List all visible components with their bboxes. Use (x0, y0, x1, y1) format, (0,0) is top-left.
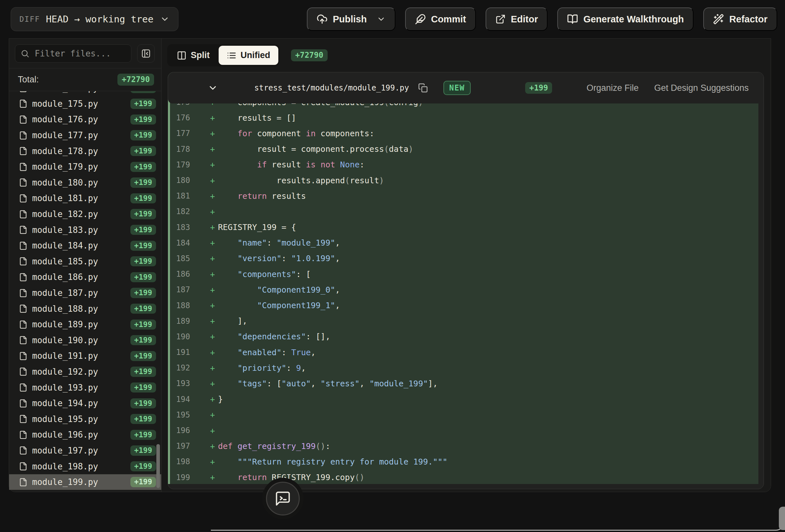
file-row[interactable]: module_178.py +199 (9, 143, 161, 159)
file-icon (19, 320, 28, 329)
diff-line: 186 + "components": [ (170, 266, 758, 282)
file-row[interactable]: module_196.py +199 (9, 427, 161, 443)
line-code: def get_registry_199(): (218, 441, 330, 451)
line-number: 189 (170, 316, 190, 326)
file-name: module_193.py (32, 383, 126, 392)
diff-sign: + (208, 270, 217, 279)
file-row[interactable]: module_190.py +199 (9, 332, 161, 348)
file-row[interactable]: module_194.py +199 (9, 396, 161, 411)
file-name: module_190.py (32, 335, 126, 345)
file-row[interactable]: module_176.py +199 (9, 111, 161, 127)
line-code: "version": "1.0.199", (218, 254, 340, 263)
diff-line: 190 + "dependencies": [], (170, 329, 758, 345)
file-row[interactable]: module_192.py +199 (9, 364, 161, 380)
unified-view-label: Unified (241, 50, 271, 60)
filter-files-field[interactable] (15, 45, 131, 62)
file-row[interactable]: module_182.py +199 (9, 206, 161, 222)
file-row[interactable]: module_189.py +199 (9, 316, 161, 332)
collapse-sidebar-button[interactable] (137, 45, 155, 62)
line-number: 192 (170, 363, 190, 372)
file-row[interactable]: module_185.py +199 (9, 254, 161, 270)
file-icon (19, 257, 28, 266)
file-row[interactable]: module_193.py +199 (9, 380, 161, 396)
refactor-button[interactable]: Refactor (703, 7, 777, 31)
diff-total-badge: +72790 (291, 49, 328, 61)
diff-line: 179 + if result is not None: (170, 157, 758, 173)
file-row[interactable]: module_183.py +199 (9, 222, 161, 238)
diff-line: 177 + for component in components: (170, 126, 758, 141)
file-row[interactable]: module_177.py +199 (9, 127, 161, 143)
file-additions-badge: +199 (130, 115, 156, 125)
sidebar-filter-row (9, 39, 161, 69)
organize-file-link[interactable]: Organize File (586, 83, 639, 93)
copy-path-button[interactable] (417, 82, 429, 94)
file-row[interactable]: module_174.py +199 (9, 91, 161, 96)
line-number: 198 (170, 457, 190, 466)
diff-line: 180 + results.append(result) (170, 173, 758, 188)
columns-icon (177, 51, 186, 60)
line-number: 177 (170, 129, 190, 138)
file-status-badge: NEW (444, 81, 471, 95)
publish-label: Publish (333, 14, 367, 25)
line-number: 191 (170, 348, 190, 357)
file-row[interactable]: module_175.py +199 (9, 96, 161, 112)
file-row[interactable]: module_179.py +199 (9, 159, 161, 175)
diff-line: 189 + ], (170, 313, 758, 329)
file-additions-badge: +199 (130, 272, 156, 282)
file-icon (19, 399, 28, 408)
file-sidebar: Total: +72790 module_174.py +199 module_… (9, 39, 161, 492)
file-row[interactable]: module_187.py +199 (9, 285, 161, 301)
line-code: results.append(result) (218, 176, 384, 185)
line-number: 179 (170, 160, 190, 169)
total-row: Total: +72790 (9, 69, 161, 91)
file-additions-badge: +199 (525, 82, 552, 94)
editor-button[interactable]: Editor (486, 7, 548, 31)
diff-sign: + (208, 457, 217, 466)
diff-range-dropdown[interactable]: DIFF HEAD → working tree (11, 7, 178, 31)
diff-sign: + (208, 144, 217, 154)
diff-sign: + (208, 285, 217, 295)
filter-files-input[interactable] (34, 48, 126, 59)
window-scrollbar-thumb[interactable] (779, 507, 785, 530)
get-design-suggestions-link[interactable]: Get Design Suggestions (654, 83, 749, 93)
file-row[interactable]: module_198.py +199 (9, 458, 161, 474)
line-code: for component in components: (218, 129, 374, 138)
chat-assistant-button[interactable] (266, 482, 300, 515)
line-number: 196 (170, 426, 190, 435)
file-icon (19, 304, 28, 313)
diff-line: 188 + "Component199_1", (170, 298, 758, 313)
chevron-down-icon (377, 15, 386, 24)
file-row[interactable]: module_199.py +199 (9, 474, 161, 490)
window-bottom-edge (211, 510, 784, 531)
file-name: module_186.py (32, 272, 126, 282)
file-icon (19, 242, 28, 250)
split-view-tab[interactable]: Split (169, 46, 218, 65)
file-additions-badge: +199 (130, 446, 156, 455)
chevron-down-icon[interactable] (208, 83, 218, 93)
generate-walkthrough-button[interactable]: Generate Walkthrough (557, 7, 693, 31)
publish-button[interactable]: Publish (307, 7, 396, 31)
line-number: 197 (170, 441, 190, 451)
file-name: module_174.py (32, 91, 126, 93)
file-row[interactable]: module_197.py +199 (9, 443, 161, 459)
file-additions-badge: +199 (130, 382, 156, 392)
line-code: "enabled": True, (218, 348, 315, 357)
file-row[interactable]: module_180.py +199 (9, 175, 161, 191)
commit-button[interactable]: Commit (405, 7, 476, 31)
file-row[interactable]: module_181.py +199 (9, 191, 161, 206)
top-toolbar: DIFF HEAD → working tree Publish Commit (0, 0, 785, 38)
file-row[interactable]: module_191.py +199 (9, 348, 161, 364)
line-number: 187 (170, 285, 190, 294)
sidebar-scrollbar-thumb[interactable] (156, 444, 160, 488)
line-number: 178 (170, 145, 190, 154)
line-number: 188 (170, 301, 190, 310)
file-row[interactable]: module_186.py +199 (9, 269, 161, 285)
file-name: module_184.py (32, 241, 126, 250)
line-number: 199 (170, 473, 190, 482)
diff-sign: + (208, 363, 217, 373)
unified-view-tab[interactable]: Unified (219, 46, 279, 65)
file-row[interactable]: module_184.py +199 (9, 238, 161, 254)
file-row[interactable]: module_188.py +199 (9, 301, 161, 316)
file-row[interactable]: module_195.py +199 (9, 411, 161, 427)
diff-line: 183 + REGISTRY_199 = { (170, 220, 758, 235)
